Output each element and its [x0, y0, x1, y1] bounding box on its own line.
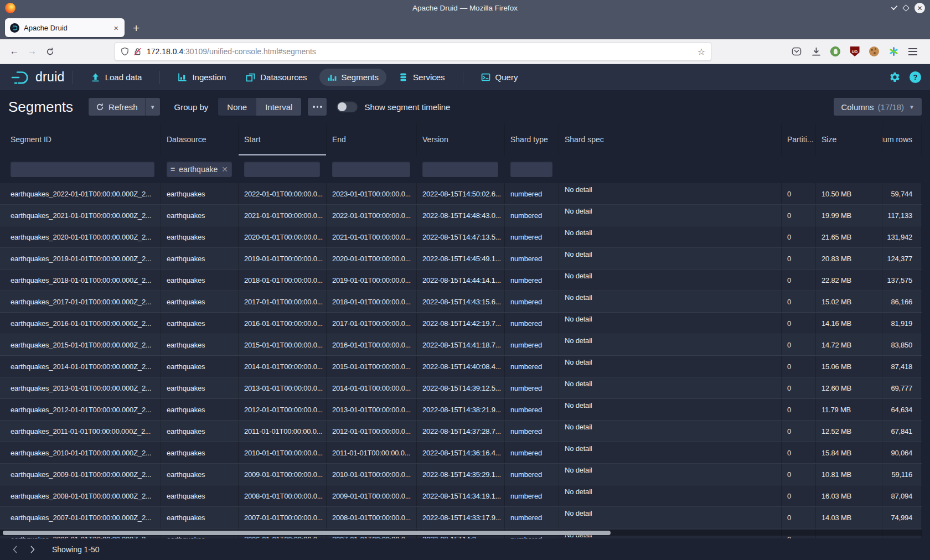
segment-timeline-toggle[interactable] [337, 101, 358, 112]
more-options-button[interactable] [308, 98, 327, 116]
column-header-shard-type[interactable]: Shard type [505, 123, 559, 155]
group-by-none-button[interactable]: None [218, 98, 256, 116]
lock-insecure-icon[interactable] [133, 47, 142, 56]
table-row[interactable]: earthquakes_2014-01-01T00:00:00.000Z_2..… [0, 356, 922, 377]
table-row[interactable]: earthquakes_2008-01-01T00:00:00.000Z_2..… [0, 485, 922, 507]
cell-version: 2022-08-15T14:41:18.7... [417, 334, 505, 355]
column-header-start[interactable]: Start [239, 123, 327, 155]
cell-id[interactable]: earthquakes_2021-01-01T00:00:00.000Z_2..… [0, 205, 161, 226]
table-row[interactable]: earthquakes_2011-01-01T00:00:00.000Z_2..… [0, 421, 922, 442]
filter-input-end[interactable] [332, 162, 410, 177]
column-header-size[interactable]: Size [816, 123, 882, 155]
cell-id[interactable]: earthquakes_2008-01-01T00:00:00.000Z_2..… [0, 485, 161, 506]
nav-item-load-data[interactable]: Load data [83, 69, 150, 86]
nav-item-segments[interactable]: Segments [319, 69, 387, 86]
extension-green-icon[interactable] [829, 45, 841, 58]
filter-input-version[interactable] [422, 162, 498, 177]
showing-label: Showing 1-50 [52, 545, 100, 554]
table-row[interactable]: earthquakes_2013-01-01T00:00:00.000Z_2..… [0, 377, 922, 399]
table-row[interactable]: earthquakes_2017-01-01T00:00:00.000Z_2..… [0, 291, 922, 313]
cookie-extension-icon[interactable] [868, 45, 880, 58]
cell-datasource: earthquakes [161, 291, 239, 312]
columns-button[interactable]: Columns (17/18) ▼ [834, 98, 922, 116]
nav-item-ingestion[interactable]: Ingestion [170, 69, 234, 86]
downloads-icon[interactable] [810, 45, 822, 58]
pocket-icon[interactable] [790, 45, 803, 58]
gear-icon[interactable] [889, 71, 901, 83]
window-maximize-icon[interactable] [902, 4, 910, 12]
cell-id[interactable]: earthquakes_2016-01-01T00:00:00.000Z_2..… [0, 313, 161, 334]
cell-id[interactable]: earthquakes_2014-01-01T00:00:00.000Z_2..… [0, 356, 161, 377]
nav-item-query[interactable]: Query [473, 69, 526, 86]
cell-id[interactable]: earthquakes_2009-01-01T00:00:00.000Z_2..… [0, 464, 161, 485]
cell-datasource: earthquakes [161, 377, 239, 398]
window-minimize-icon[interactable] [891, 4, 897, 10]
table-row[interactable]: earthquakes_2009-01-01T00:00:00.000Z_2..… [0, 464, 922, 485]
extension-asterisk-icon[interactable] [887, 45, 900, 58]
cell-shard-type: numbered [505, 291, 559, 312]
reload-button[interactable] [41, 43, 59, 60]
cell-id[interactable]: earthquakes_2012-01-01T00:00:00.000Z_2..… [0, 399, 161, 420]
cell-id[interactable]: earthquakes_2010-01-01T00:00:00.000Z_2..… [0, 442, 161, 463]
previous-page-button[interactable] [8, 542, 22, 557]
ublock-icon[interactable]: UO [849, 45, 861, 58]
cell-id[interactable]: earthquakes_2015-01-01T00:00:00.000Z_2..… [0, 334, 161, 355]
table-row[interactable]: earthquakes_2018-01-01T00:00:00.000Z_2..… [0, 269, 922, 291]
window-close-icon[interactable]: ✕ [914, 3, 925, 13]
filter-input-segment-id[interactable] [11, 162, 154, 177]
group-by-interval-button[interactable]: Interval [256, 98, 301, 116]
table-row[interactable]: earthquakes_2015-01-01T00:00:00.000Z_2..… [0, 334, 922, 356]
help-icon[interactable]: ? [910, 71, 921, 83]
nav-item-services[interactable]: Services [391, 69, 453, 86]
refresh-button[interactable]: Refresh [89, 98, 145, 116]
back-button[interactable]: ← [6, 43, 23, 60]
column-header-partiti-[interactable]: Partiti... [782, 123, 816, 155]
table-row[interactable]: earthquakes_2021-01-01T00:00:00.000Z_2..… [0, 205, 922, 226]
table-row[interactable]: earthquakes_2007-01-01T00:00:00.000Z_2..… [0, 507, 922, 528]
cell-id[interactable]: earthquakes_2007-01-01T00:00:00.000Z_2..… [0, 507, 161, 528]
cell-id[interactable]: earthquakes_2011-01-01T00:00:00.000Z_2..… [0, 421, 161, 442]
column-header-version[interactable]: Version [417, 123, 505, 155]
bar-chart-icon [327, 72, 337, 82]
table-row[interactable]: earthquakes_2016-01-01T00:00:00.000Z_2..… [0, 313, 922, 334]
horizontal-scrollbar-thumb[interactable] [3, 531, 611, 535]
next-page-button[interactable] [25, 542, 40, 557]
table-row[interactable]: earthquakes_2022-01-01T00:00:00.000Z_2..… [0, 183, 922, 205]
column-header-end[interactable]: End [327, 123, 417, 155]
nav-item-datasources[interactable]: Datasources [238, 69, 314, 86]
cell-id[interactable]: earthquakes_2019-01-01T00:00:00.000Z_2..… [0, 248, 161, 269]
table-row[interactable]: earthquakes_2019-01-01T00:00:00.000Z_2..… [0, 248, 922, 269]
refresh-dropdown-button[interactable]: ▼ [145, 98, 160, 116]
table-row[interactable]: earthquakes_2012-01-01T00:00:00.000Z_2..… [0, 399, 922, 421]
filter-remove-icon[interactable]: ✕ [221, 165, 228, 174]
cell-id[interactable]: earthquakes_2018-01-01T00:00:00.000Z_2..… [0, 269, 161, 291]
cell-id[interactable]: earthquakes_2022-01-01T00:00:00.000Z_2..… [0, 183, 161, 204]
bookmark-star-icon[interactable]: ☆ [698, 46, 705, 57]
column-header-datasource[interactable]: Datasource [161, 123, 239, 155]
cell-id[interactable]: earthquakes_2013-01-01T00:00:00.000Z_2..… [0, 377, 161, 398]
nav-item-label: Load data [105, 72, 142, 82]
url-bar[interactable]: 172.18.0.4:30109/unified-console.html#se… [115, 42, 711, 61]
filter-input-start[interactable] [244, 162, 320, 177]
horizontal-scrollbar [0, 530, 922, 536]
table-row[interactable]: earthquakes_2020-01-01T00:00:00.000Z_2..… [0, 226, 922, 248]
druid-brand[interactable]: druid [10, 70, 65, 85]
forward-button[interactable]: → [23, 43, 41, 60]
filter-row: = earthquake ✕ [0, 155, 922, 183]
filter-input-datasource[interactable]: = earthquake ✕ [167, 162, 232, 177]
column-header-segment-id[interactable]: Segment ID [0, 123, 161, 155]
tab-close-icon[interactable]: × [112, 23, 120, 33]
column-header-num-rows[interactable]: Num rows [882, 123, 922, 155]
browser-tab[interactable]: Apache Druid × [5, 18, 125, 37]
cell-id[interactable]: earthquakes_2020-01-01T00:00:00.000Z_2..… [0, 226, 161, 247]
cell-id[interactable]: earthquakes_2017-01-01T00:00:00.000Z_2..… [0, 291, 161, 312]
shield-icon[interactable] [121, 47, 129, 56]
menu-icon[interactable] [907, 45, 919, 58]
cell-version: 2022-08-15T14:35:29.1... [417, 464, 505, 485]
new-tab-button[interactable]: + [133, 22, 140, 34]
filter-tag: = earthquake ✕ [170, 165, 228, 174]
filter-input-shard-type[interactable] [510, 162, 552, 177]
column-header-shard-spec[interactable]: Shard spec [559, 123, 782, 155]
table-row[interactable]: earthquakes_2010-01-01T00:00:00.000Z_2..… [0, 442, 922, 464]
cell-shard-spec: No detail [559, 183, 782, 204]
